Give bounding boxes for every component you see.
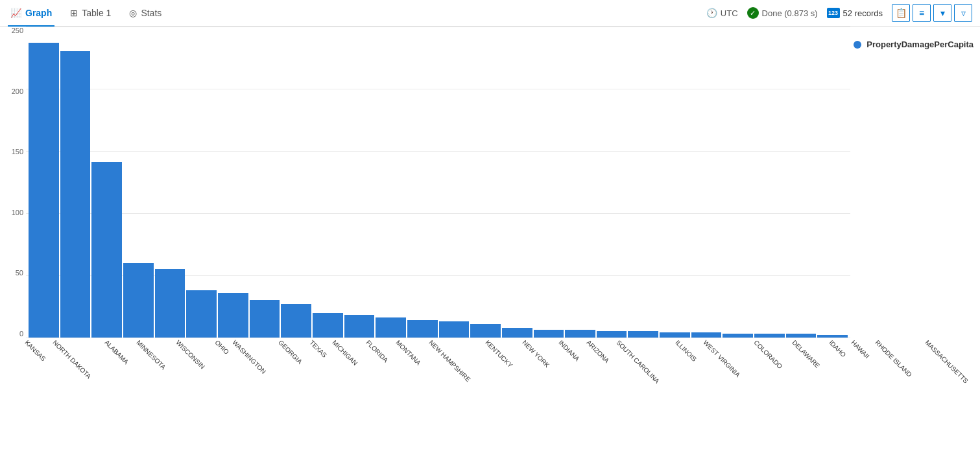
x-label: WEST VIRGINIA [702,339,741,378]
toolbar-right: 🕐 UTC ✓ Done (0.873 s) 123 52 records 📋 … [706,4,972,22]
bar-idaho[interactable] [723,334,753,338]
x-label-wrapper: MICHIGAN [336,339,368,346]
x-label-wrapper: KENTUCKY [489,339,524,346]
x-label: MICHIGAN [331,339,359,367]
bar-wrapper [628,331,658,338]
bar-new-york[interactable] [470,324,501,338]
bar-wrapper [155,269,185,338]
bar-ohio[interactable] [186,290,217,338]
bar-texas[interactable] [281,304,311,338]
x-label: ALABAMA [103,339,130,365]
bar-delaware[interactable] [691,332,722,338]
x-label-wrapper: MINNESOTA [140,339,178,346]
bar-alabama[interactable] [91,162,122,338]
x-label-wrapper: ARIZONA [590,339,619,346]
x-label-wrapper: WASHINGTON [236,339,280,346]
chevron-up-button[interactable]: ▿ [954,4,972,22]
x-labels: KANSASNORTH DAKOTAALABAMAMINNESOTAWISCON… [26,339,850,430]
x-label: COLORADO [752,339,783,370]
bar-colorado[interactable] [660,332,690,338]
bar-wrapper [597,331,627,338]
tab-table1[interactable]: ⊞ Table 1 [67,4,114,22]
x-label-wrapper: COLORADO [758,339,795,346]
bar-west-virginia[interactable] [628,331,658,338]
x-label: MONTANA [394,339,422,367]
bar-wrapper [123,263,154,338]
bar-wrapper [91,162,122,338]
x-label-wrapper: WEST VIRGINIA [707,339,756,346]
bar-wrapper [344,315,375,338]
x-label-wrapper: NEW HAMPSHIRE [433,339,488,346]
bar-georgia[interactable] [250,300,280,338]
bar-wrapper [691,332,722,338]
bar-illinois[interactable] [597,331,627,338]
bars-area [26,27,850,338]
bar-wrapper [534,330,564,338]
bar-wisconsin[interactable] [155,269,185,338]
x-label: FLORIDA [365,339,389,363]
bar-wrapper [502,328,532,338]
bar-washington[interactable] [218,293,248,338]
bar-massachusetts[interactable] [817,335,848,338]
x-label: HAWAII [850,339,870,360]
table-icon: ⊞ [70,8,78,18]
bar-north-dakota[interactable] [60,51,91,338]
x-label: IDAHO [828,339,847,358]
x-label-wrapper: DELAWARE [796,339,831,346]
utc-status: 🕐 UTC [706,8,738,18]
records-label: 52 records [843,8,883,18]
x-label: ARIZONA [585,339,610,364]
bar-florida[interactable] [344,315,375,338]
display-button[interactable]: ≡ [913,4,931,22]
x-label: SOUTH CAROLINA [615,339,661,385]
toolbar-buttons: 📋 ≡ ▾ ▿ [892,4,972,22]
bar-minnesota[interactable] [123,263,154,338]
bar-hawaii[interactable] [754,334,785,338]
x-label-wrapper: NORTH DAKOTA [56,339,108,346]
y-axis-labels: 250 200 150 100 50 0 [0,27,23,338]
tab-graph[interactable]: 📈 Graph [8,4,54,22]
stats-icon: ◎ [129,8,137,18]
bar-arizona[interactable] [534,330,564,338]
done-checkmark-icon: ✓ [747,7,759,19]
x-label-wrapper: MONTANA [400,339,431,346]
tab-stats[interactable]: ◎ Stats [126,4,164,22]
x-label: NEW YORK [521,339,551,369]
bar-wrapper [218,293,248,338]
x-label: INDIANA [557,339,580,362]
x-label-wrapper: KANSAS [29,339,55,346]
tab-table1-label: Table 1 [82,8,111,18]
x-label: MASSACHUSETTS [924,339,970,385]
x-label-wrapper: FLORIDA [370,339,398,346]
x-label: ILLINOIS [674,339,698,363]
chart-container: 250 200 150 100 50 0 KANSASNORTH DAKOTAA… [0,27,980,441]
bar-michigan[interactable] [313,313,343,338]
records-icon: 123 [827,8,840,18]
bar-rhode-island[interactable] [786,334,817,338]
x-label-wrapper: WISCONSIN [180,339,217,346]
bar-wrapper [407,320,438,338]
bar-wrapper [786,334,817,338]
bar-wrapper [723,334,753,338]
x-label: WASHINGTON [232,339,268,375]
bar-new-hampshire[interactable] [407,320,438,338]
bar-wrapper [281,304,311,338]
bar-kentucky[interactable] [439,321,470,338]
copy-button[interactable]: 📋 [892,4,910,22]
bar-south-carolina[interactable] [565,330,595,338]
toolbar: 📈 Graph ⊞ Table 1 ◎ Stats 🕐 UTC ✓ Done (… [0,0,980,27]
x-label: DELAWARE [791,339,821,369]
chevron-down-button[interactable]: ▾ [933,4,951,22]
bar-indiana[interactable] [502,328,532,338]
x-label-wrapper: NEW YORK [526,339,561,346]
bar-wrapper [439,321,470,338]
bar-montana[interactable] [376,317,406,338]
bar-wrapper [565,330,595,338]
tab-stats-label: Stats [141,8,161,18]
done-status: ✓ Done (0.873 s) [747,7,818,19]
bar-kansas[interactable] [29,43,59,338]
x-label-wrapper: ALABAMA [108,339,139,346]
x-label-wrapper: MASSACHUSETTS [929,339,980,346]
clock-icon: 🕐 [706,8,717,18]
bar-wrapper [29,43,59,338]
